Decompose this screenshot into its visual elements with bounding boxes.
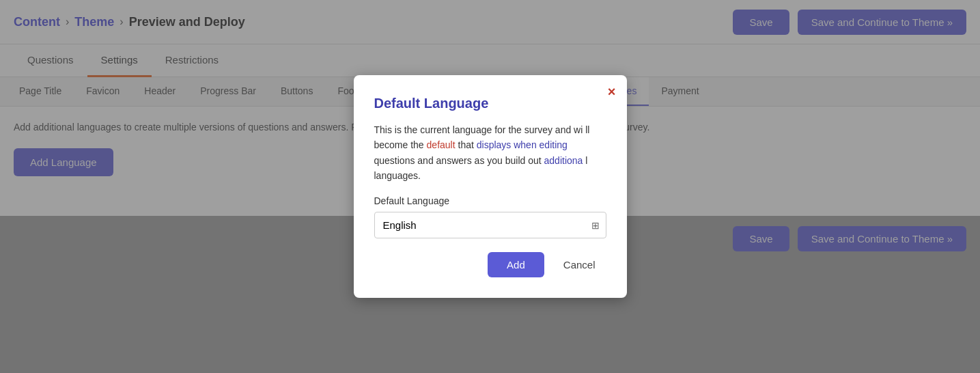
modal-description: This is the current language for the sur… [374, 122, 606, 184]
modal-overlay: × Default Language This is the current l… [0, 0, 980, 373]
language-select[interactable]: English Spanish French German Portuguese [374, 212, 606, 238]
desc-additional-highlight: additiona [544, 155, 583, 166]
modal-title: Default Language [374, 96, 606, 111]
page-wrapper: Content › Theme › Preview and Deploy Sav… [0, 0, 980, 373]
modal-cancel-button[interactable]: Cancel [552, 252, 606, 277]
default-language-modal: × Default Language This is the current l… [354, 75, 627, 299]
modal-actions: Add Cancel [374, 252, 606, 277]
modal-select-wrapper: English Spanish French German Portuguese… [374, 212, 606, 238]
desc-default-highlight: default [427, 139, 456, 150]
modal-add-button[interactable]: Add [488, 252, 544, 277]
modal-close-button[interactable]: × [608, 85, 616, 98]
modal-select-label: Default Language [374, 195, 606, 206]
desc-displays-highlight: displays when editing [477, 139, 568, 150]
